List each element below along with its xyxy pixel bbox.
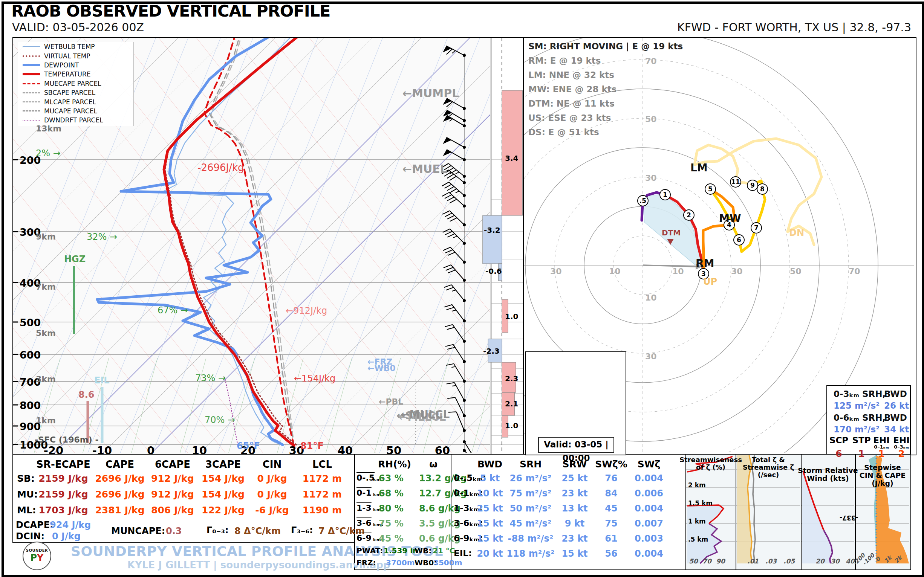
hodo-info-line: MW: ENE @ 28 kts (528, 85, 617, 94)
bwd-value: 61 (605, 534, 617, 543)
rh-value: 75 % (379, 519, 404, 528)
panel-title: Storm Relative (798, 467, 858, 474)
skewt-annotation: 81°F (300, 442, 324, 450)
temp-tick: 40 (338, 445, 353, 456)
srh-box-text: 34 kt (884, 425, 909, 434)
hodo-ring-label: 10 (645, 294, 657, 302)
thermo-value: 1190 m (303, 505, 342, 515)
skewt-annotation: EIL (94, 376, 110, 385)
thermo-extra: 8 Δ°C/km (234, 527, 281, 535)
legend-line-sample (23, 92, 40, 93)
skewt-annotation: ←912J/kg (286, 306, 327, 315)
bwd-header: SWζ% (595, 459, 627, 469)
skewt-annotation: 65°F (237, 442, 260, 450)
axis-tick: 70 (703, 558, 711, 564)
thermo-extra: DCAPE: (16, 521, 53, 530)
pressure-label: 800 (19, 400, 41, 411)
temp-tick: -10 (92, 445, 112, 456)
thermo-row-label: MU: (17, 490, 38, 499)
skewt-annotation: ←WB0 (367, 364, 396, 372)
rh-header: RH(%) (378, 459, 411, 469)
thermo-header: 6CAPE (155, 459, 190, 469)
height-label: 9km (36, 233, 56, 241)
advection-value: 2.1 (505, 400, 518, 408)
axis-tick: .05 (783, 558, 795, 564)
rh-extra: 3500m (433, 559, 462, 566)
hodo-ring-label: 50 (790, 268, 801, 276)
hodo-height-marker: 9 (750, 182, 755, 189)
legend-item: TEMPERATURE (18, 70, 133, 79)
axis-tick: .01 (747, 558, 759, 564)
thermo-value: 0 J/kg (257, 490, 287, 499)
hodo-ring-label: 30 (550, 268, 562, 276)
panel-title: Wind (kts) (807, 475, 849, 482)
panel-title: Total ζ & (752, 456, 785, 463)
rh-row-label: 3-6 (357, 519, 372, 527)
bwd-header: SRH (520, 459, 541, 469)
sounderpy-logo: SOUNDER PY (23, 542, 51, 570)
panel-title: Streamwiseness (679, 456, 742, 463)
thermo-header: 3CAPE (205, 459, 241, 469)
hodo-label-up: UP (703, 277, 717, 286)
height-axis-label: .5 km (688, 536, 708, 543)
hodo-height-marker: 8 (760, 185, 765, 193)
panel-title: Streamwise ζ (743, 464, 794, 471)
legend-item: DEWPOINT (18, 61, 133, 70)
thermo-header: CIN (263, 459, 282, 469)
hodo-info-line: DS: E @ 51 kts (528, 128, 599, 137)
skewt-annotation: ←154J/kg (294, 374, 335, 383)
hodo-label-dtm: DTM (662, 229, 680, 237)
advection-value: 1.0 (505, 313, 518, 320)
skewt-annotation: 73% → (195, 374, 226, 383)
thermo-value: 2159 J/kg (39, 490, 88, 499)
thermo-value: 2159 J/kg (39, 474, 88, 483)
legend-label: MUECAPE PARCEL (44, 80, 101, 87)
temp-tick: 10 (192, 445, 207, 456)
bwd-value: -88 m²/s² (508, 534, 554, 543)
index-header: EHI (893, 436, 909, 445)
rh-header: ω (429, 459, 438, 469)
rh-extra: 21 °C (433, 547, 455, 554)
thermo-value: 154 J/kg (202, 474, 245, 483)
legend-label: MLCAPE PARCEL (44, 98, 96, 106)
hodo-height-marker: 7 (754, 224, 759, 232)
bwd-value: 23 kt (562, 489, 588, 498)
pressure-label: 500 (19, 318, 41, 328)
temp-tick: 60 (435, 445, 450, 456)
map-caption: Valid: 03-05 | 00:00 (538, 437, 614, 453)
thermo-row-label: SB: (17, 474, 35, 483)
thermo-value: 912 J/kg (151, 490, 194, 499)
axis-tick: 50 (689, 558, 698, 564)
srh-box-text: 0-3ₖₘ SRH, (834, 390, 885, 398)
rh-extra: 1.539 in (384, 547, 418, 554)
hodo-info-line: LM: NNE @ 32 kts (528, 71, 614, 79)
bwd-value: 45 m²/s² (510, 519, 552, 528)
thermo-value: 154 J/kg (202, 490, 245, 499)
advection-value: 2.3 (505, 375, 518, 382)
thermo-value: -6 J/kg (255, 505, 289, 515)
bwd-value: 0.003 (635, 534, 663, 543)
bwd-value: 76 (605, 474, 617, 483)
bwd-value: 13 kt (562, 504, 588, 513)
bwd-value: 25 kt (562, 474, 588, 483)
index-header: EHI (873, 436, 890, 445)
thermo-header: SR-ECAPE (36, 459, 90, 469)
hodo-ring-label: 30 (645, 353, 657, 361)
legend-label: VIRTUAL TEMP (44, 52, 90, 60)
hodo-height-marker: 1 (663, 191, 667, 198)
legend-label: DWNDRFT PARCEL (44, 116, 103, 124)
bwd-value: 50 m²/s² (510, 504, 552, 513)
index-value: 6 (835, 449, 842, 458)
hodo-ring-label: 50 (645, 115, 657, 124)
thermo-value: 122 J/kg (202, 505, 245, 515)
hodo-info-line: RM: E @ 19 kts (528, 56, 601, 65)
thermo-value: 1703 J/kg (39, 505, 88, 515)
thermo-value: 806 J/kg (151, 505, 194, 515)
hodo-height-marker: 2 (687, 211, 691, 219)
axis-tick: .03 (765, 558, 777, 564)
temp-tick: 0 (147, 445, 155, 456)
legend-label: TEMPERATURE (44, 71, 91, 78)
advection-value: -0.6 (485, 268, 502, 275)
rh-value: 63 % (379, 474, 404, 483)
skewt-annotation: ←PBL (379, 398, 403, 406)
